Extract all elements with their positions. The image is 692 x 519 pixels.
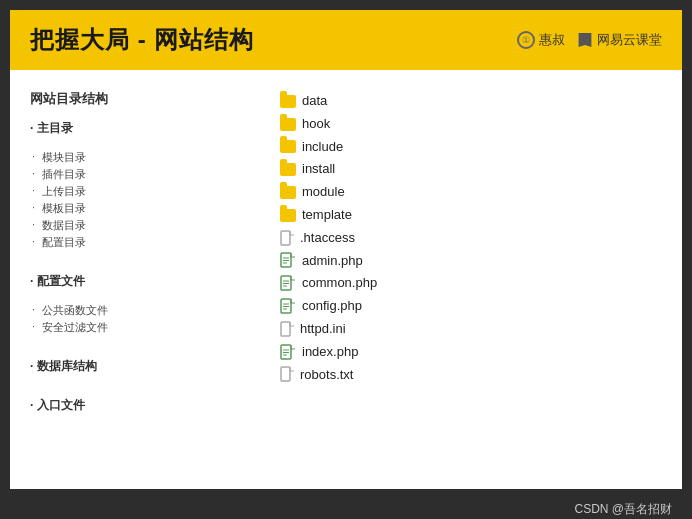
brand-label-1: 惠叔 (539, 31, 565, 49)
folder-icon (280, 95, 296, 108)
list-item: 上传目录 (30, 183, 250, 200)
file-icon (280, 366, 294, 383)
php-file-icon (280, 298, 296, 315)
footer: CSDN @吾名招财 (0, 489, 692, 519)
footer-text: CSDN @吾名招财 (574, 501, 672, 518)
brand-area: ① 惠叔 网易云课堂 (517, 31, 662, 49)
cat-entry: · 入口文件 (30, 397, 250, 414)
file-list-item: config.php (280, 295, 662, 318)
file-name: include (302, 137, 343, 158)
file-name: robots.txt (300, 365, 353, 386)
sub-dirs: 模块目录 插件目录 上传目录 模板目录 数据目录 配置目录 (30, 149, 250, 251)
file-name: hook (302, 114, 330, 135)
file-icon (280, 321, 294, 338)
file-list-item: template (280, 204, 662, 227)
file-name: config.php (302, 296, 362, 317)
file-list-item: common.php (280, 272, 662, 295)
php-file-icon (280, 275, 296, 292)
list-item: 公共函数文件 (30, 302, 250, 319)
content-area: 网站目录结构 · 主目录 模块目录 插件目录 上传目录 模板目录 数据目录 配置… (10, 70, 682, 489)
file-list-item: robots.txt (280, 364, 662, 387)
brand-label-2: 网易云课堂 (597, 31, 662, 49)
list-item: 安全过滤文件 (30, 319, 250, 336)
left-panel: 网站目录结构 · 主目录 模块目录 插件目录 上传目录 模板目录 数据目录 配置… (30, 90, 250, 474)
file-name: template (302, 205, 352, 226)
file-list-item: data (280, 90, 662, 113)
list-item: 数据目录 (30, 217, 250, 234)
file-icon (280, 230, 294, 247)
section-title: 网站目录结构 (30, 90, 250, 108)
file-name: index.php (302, 342, 358, 363)
file-name: install (302, 159, 335, 180)
svg-rect-18 (281, 367, 290, 381)
list-item: 模块目录 (30, 149, 250, 166)
file-name: .htaccess (300, 228, 355, 249)
file-list-item: module (280, 181, 662, 204)
header: 把握大局 - 网站结构 ① 惠叔 网易云课堂 (10, 10, 682, 70)
file-name: httpd.ini (300, 319, 346, 340)
list-item: 模板目录 (30, 200, 250, 217)
svg-rect-13 (281, 322, 290, 336)
file-list-item: hook (280, 113, 662, 136)
book-icon (577, 33, 593, 47)
file-list-item: httpd.ini (280, 318, 662, 341)
cat-db: · 数据库结构 (30, 358, 250, 375)
list-item: 配置目录 (30, 234, 250, 251)
file-name: data (302, 91, 327, 112)
page-title: 把握大局 - 网站结构 (30, 24, 254, 56)
folder-icon (280, 186, 296, 199)
config-files: 公共函数文件 安全过滤文件 (30, 302, 250, 336)
file-list-item: index.php (280, 341, 662, 364)
folder-icon (280, 209, 296, 222)
file-list-item: .htaccess (280, 227, 662, 250)
folder-icon (280, 140, 296, 153)
file-name: admin.php (302, 251, 363, 272)
slide: 把握大局 - 网站结构 ① 惠叔 网易云课堂 网站目录结构 · 主目录 模块目录… (10, 10, 682, 489)
file-list-item: install (280, 158, 662, 181)
brand-1: ① 惠叔 (517, 31, 565, 49)
brand-2: 网易云课堂 (577, 31, 662, 49)
file-list-item: admin.php (280, 250, 662, 273)
folder-icon (280, 118, 296, 131)
folder-icon (280, 163, 296, 176)
file-list-item: include (280, 136, 662, 159)
file-name: common.php (302, 273, 377, 294)
cat-config: · 配置文件 (30, 273, 250, 290)
right-panel: datahookincludeinstallmoduletemplate.hta… (250, 90, 662, 474)
php-file-icon (280, 252, 296, 269)
list-item: 插件目录 (30, 166, 250, 183)
file-name: module (302, 182, 345, 203)
brand-icon-1: ① (517, 31, 535, 49)
cat-main: · 主目录 (30, 120, 250, 137)
file-list: datahookincludeinstallmoduletemplate.hta… (280, 90, 662, 386)
svg-rect-0 (281, 231, 290, 245)
php-file-icon (280, 344, 296, 361)
